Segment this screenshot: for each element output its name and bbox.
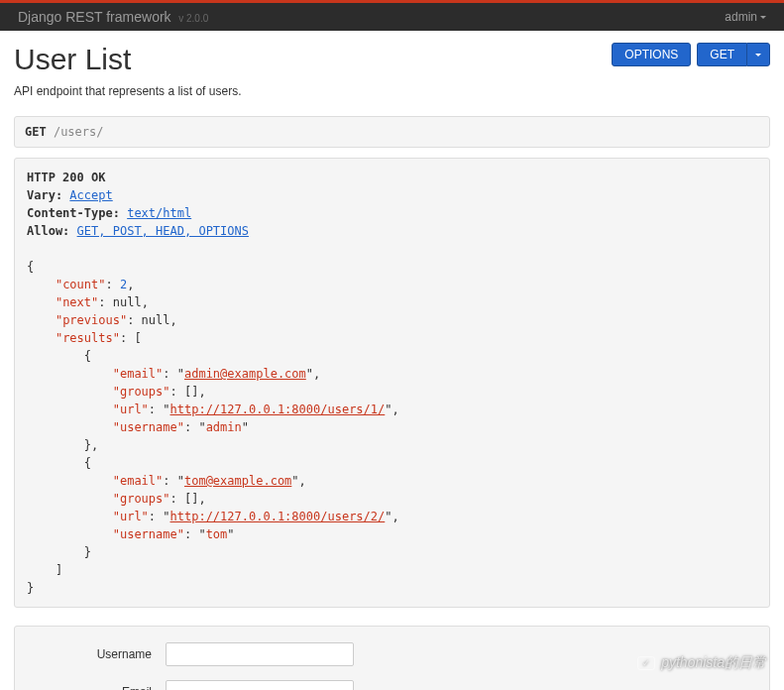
user-name: admin xyxy=(725,10,757,24)
brand-text: Django REST framework xyxy=(18,9,171,25)
result-groups: [] xyxy=(184,492,198,506)
page-title: User List xyxy=(14,43,131,76)
user-menu[interactable]: admin xyxy=(725,10,766,24)
version-text: v 2.0.0 xyxy=(178,13,208,24)
result-groups: [] xyxy=(184,385,198,399)
vary-label: Vary: xyxy=(27,188,62,202)
result-username: admin xyxy=(206,420,242,434)
get-button-group: GET xyxy=(697,43,770,66)
request-line: GET /users/ xyxy=(14,116,770,148)
count-value: 2 xyxy=(120,278,127,291)
options-button[interactable]: OPTIONS xyxy=(612,43,691,66)
action-buttons: OPTIONS GET xyxy=(612,43,770,66)
get-dropdown-toggle[interactable] xyxy=(746,43,770,66)
navbar-brand-group: Django REST framework v 2.0.0 xyxy=(18,9,208,25)
ctype-label: Content-Type: xyxy=(27,206,120,220)
chevron-down-icon xyxy=(755,54,761,57)
previous-value: null xyxy=(142,313,170,327)
username-input[interactable] xyxy=(166,642,354,666)
next-value: null xyxy=(113,295,142,309)
result-url[interactable]: http://127.0.0.1:8000/users/1/ xyxy=(170,402,386,416)
result-email[interactable]: admin@example.com xyxy=(184,367,306,381)
response-block: HTTP 200 OK Vary: Accept Content-Type: t… xyxy=(14,158,770,608)
allow-label: Allow: xyxy=(27,224,69,238)
vary-value: Accept xyxy=(69,188,112,202)
navbar: Django REST framework v 2.0.0 admin xyxy=(0,0,784,31)
email-label: Email xyxy=(27,685,166,690)
username-label: Username xyxy=(27,647,166,661)
email-input[interactable] xyxy=(166,680,354,690)
page-description: API endpoint that represents a list of u… xyxy=(14,84,770,98)
request-method: GET xyxy=(25,125,47,139)
request-path: /users/ xyxy=(54,125,104,139)
get-button[interactable]: GET xyxy=(697,43,746,66)
allow-value: GET, POST, HEAD, OPTIONS xyxy=(77,224,249,238)
result-username: tom xyxy=(206,527,228,541)
ctype-value: text/html xyxy=(127,206,191,220)
result-url[interactable]: http://127.0.0.1:8000/users/2/ xyxy=(170,510,386,523)
chevron-down-icon xyxy=(760,16,766,19)
post-form: Username Email Groups POST xyxy=(14,626,770,690)
result-email[interactable]: tom@example.com xyxy=(184,474,291,488)
status-line: HTTP 200 OK xyxy=(27,171,105,184)
